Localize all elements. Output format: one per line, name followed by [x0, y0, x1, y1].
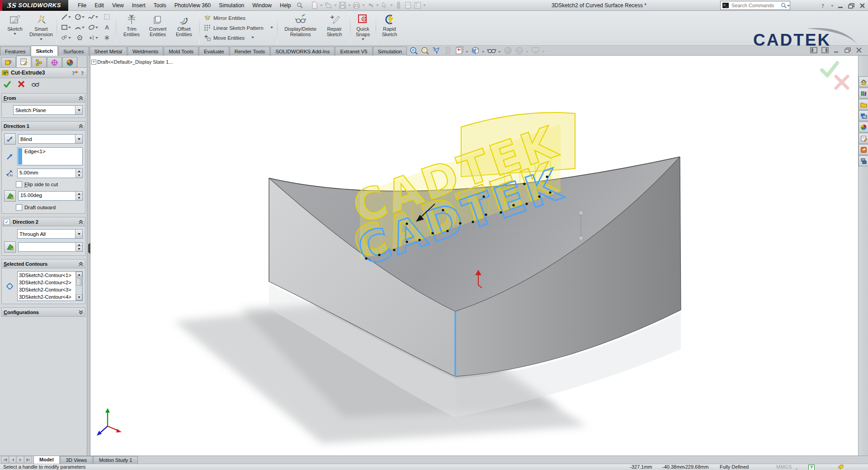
- detailed-preview-button[interactable]: [31, 80, 39, 88]
- collapse-chevron-icon[interactable]: [79, 124, 83, 128]
- point-dropdown[interactable]: [95, 37, 98, 40]
- tab-surfaces[interactable]: Surfaces: [58, 47, 89, 56]
- ellipse-dropdown[interactable]: [95, 27, 98, 30]
- search-commands-input[interactable]: [731, 2, 780, 9]
- tab-scroll-first[interactable]: [1, 456, 9, 463]
- flip-side-checkbox[interactable]: [16, 181, 22, 188]
- file-explorer-tab[interactable]: [859, 99, 868, 110]
- group-direction2-header[interactable]: ✓ Direction 2: [2, 217, 85, 226]
- tab-scroll-prev[interactable]: [9, 456, 16, 463]
- line-dropdown[interactable]: [68, 16, 71, 19]
- contours-scrollbar[interactable]: [75, 272, 82, 301]
- rectangle-dropdown[interactable]: [68, 27, 71, 30]
- new-dropdown[interactable]: [320, 5, 323, 8]
- view-settings-icon[interactable]: [531, 46, 540, 55]
- tab-mold-tools[interactable]: Mold Tools: [164, 47, 198, 56]
- end-condition2-arrow[interactable]: [75, 230, 82, 238]
- menu-view[interactable]: View: [108, 0, 128, 10]
- text-tool[interactable]: A: [100, 22, 113, 33]
- doc-minimize-icon[interactable]: [833, 47, 840, 53]
- view-orientation-dropdown[interactable]: [466, 51, 468, 54]
- scroll-down-button[interactable]: [76, 295, 82, 301]
- ellipse-tool[interactable]: [86, 22, 100, 33]
- expand-chevron-icon[interactable]: [79, 310, 83, 315]
- move-entities-dropdown[interactable]: [251, 37, 254, 40]
- menu-file[interactable]: File: [74, 0, 90, 10]
- linear-sketch-pattern-button[interactable]: Linear Sketch Pattern: [202, 23, 275, 33]
- tab-render-tools[interactable]: Render Tools: [230, 47, 270, 56]
- open-document-icon[interactable]: [325, 1, 332, 9]
- section-view-icon[interactable]: [443, 46, 453, 55]
- direction2-spinbox[interactable]: [18, 242, 83, 252]
- depth-spin-down[interactable]: [76, 174, 82, 178]
- offset-entities-button[interactable]: Offset Entities: [171, 12, 197, 44]
- arc-tool[interactable]: [73, 22, 86, 33]
- view-palette-tab[interactable]: [859, 110, 868, 121]
- display-style-icon[interactable]: [471, 46, 480, 55]
- apply-scene-dropdown[interactable]: [526, 51, 528, 54]
- menu-insert[interactable]: Insert: [128, 0, 150, 10]
- print-icon[interactable]: [353, 1, 360, 9]
- repair-sketch-button[interactable]: Repair Sketch: [321, 12, 348, 44]
- tab-extranet-v5[interactable]: Extranet V5: [335, 47, 372, 56]
- custom-properties-tab[interactable]: [859, 133, 868, 144]
- menu-search-icon[interactable]: [296, 2, 303, 9]
- configuration-manager-tab[interactable]: [32, 57, 47, 67]
- arc-dropdown[interactable]: [82, 27, 85, 30]
- whats-new-help-icon[interactable]: ?: [71, 70, 79, 76]
- panel-splitter[interactable]: [87, 56, 90, 456]
- scroll-up-button[interactable]: [76, 272, 82, 277]
- 3d-views-tab[interactable]: 3D Views: [60, 456, 93, 464]
- design-library-tab[interactable]: [859, 88, 868, 99]
- confirmation-corner-cancel[interactable]: [834, 75, 850, 90]
- select-cursor-icon[interactable]: [381, 1, 388, 9]
- draft-spin-up[interactable]: [76, 192, 82, 196]
- options-icon[interactable]: [414, 1, 421, 9]
- group-selected-contours-header[interactable]: Selected Contours: [2, 259, 85, 268]
- tab-scroll-last[interactable]: [24, 456, 32, 463]
- tab-sketch[interactable]: Sketch: [31, 46, 58, 56]
- search-scope-icon[interactable]: >_: [722, 3, 729, 8]
- units-selector[interactable]: MMGS: [776, 464, 798, 470]
- minimize-button[interactable]: [837, 2, 844, 9]
- quick-snaps-button[interactable]: Quick Snaps: [353, 12, 373, 44]
- file-properties-icon[interactable]: [404, 1, 412, 9]
- collapse-chevron-icon[interactable]: [79, 96, 83, 100]
- restore-button[interactable]: [848, 2, 855, 9]
- draft2-button[interactable]: [4, 241, 16, 253]
- selected-contours-list[interactable]: 3DSketch2-Contour<1> 3DSketch2-Contour<2…: [17, 271, 83, 301]
- close-button[interactable]: [859, 2, 866, 9]
- tab-evaluate[interactable]: Evaluate: [199, 47, 229, 56]
- menu-simulation[interactable]: Simulation: [215, 0, 248, 10]
- contour-item[interactable]: 3DSketch2-Contour<3>: [18, 286, 75, 293]
- d2-spin-up[interactable]: [76, 243, 82, 247]
- appearances-scenes-tab[interactable]: [859, 122, 868, 132]
- menu-tools[interactable]: Tools: [150, 0, 170, 10]
- help-menu-icon[interactable]: ?: [820, 2, 828, 9]
- cancel-button[interactable]: [17, 80, 25, 88]
- direction2-checkbox[interactable]: ✓: [4, 219, 10, 225]
- zoom-to-area-icon[interactable]: !: [420, 46, 430, 55]
- dimxpert-manager-tab[interactable]: [47, 57, 62, 67]
- tab-scroll-next[interactable]: [17, 456, 24, 463]
- tags-icon[interactable]: [838, 465, 844, 470]
- rectangle-tool[interactable]: [59, 22, 73, 33]
- end-condition1-arrow[interactable]: [75, 135, 82, 143]
- undo-dropdown[interactable]: [376, 5, 379, 8]
- dynamic-mirror-tool[interactable]: [59, 33, 73, 43]
- feature-tree-flyout[interactable]: + Draft<<Default>_Display State 1...: [91, 59, 173, 65]
- spline-tool[interactable]: [86, 12, 100, 22]
- zoom-to-fit-icon[interactable]: [409, 46, 419, 55]
- edit-appearance-icon[interactable]: [503, 46, 513, 55]
- sketch-dropdown[interactable]: [14, 33, 16, 36]
- display-delete-relations-button[interactable]: Display/Delete Relations: [280, 12, 321, 44]
- print-dropdown[interactable]: [362, 5, 365, 8]
- depth-spin-up[interactable]: [76, 169, 82, 174]
- select-dropdown[interactable]: [390, 5, 393, 8]
- linear-pattern-dropdown[interactable]: [270, 27, 273, 30]
- circle-tool[interactable]: [73, 12, 86, 22]
- end-condition1-combo[interactable]: Blind: [18, 134, 83, 144]
- view-orientation-icon[interactable]: [454, 46, 464, 55]
- view-settings-dropdown[interactable]: [542, 51, 545, 54]
- help-icon[interactable]: ?: [80, 70, 85, 76]
